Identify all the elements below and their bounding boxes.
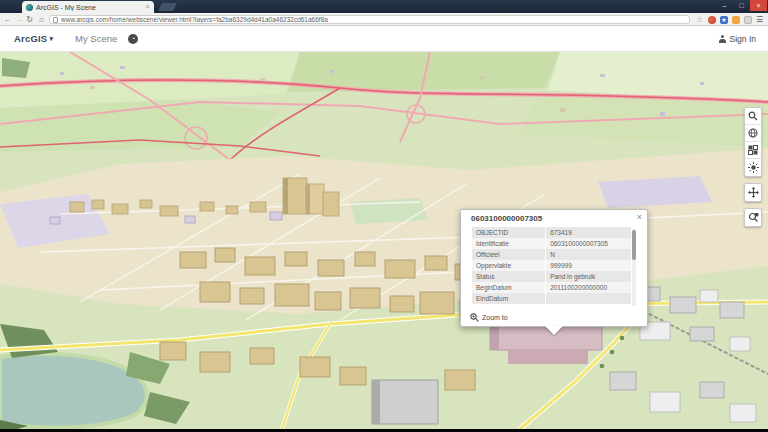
browser-tab[interactable]: ArcGIS - My Scene × [22, 1, 154, 13]
field-value: 0603100000007305 [545, 238, 631, 249]
field-label: Officieel [472, 249, 545, 260]
field-label: OBJECTID [472, 227, 545, 238]
scene-toolbar-group-zoom [744, 208, 762, 227]
popup-scrollbar-thumb[interactable] [632, 230, 636, 260]
zoom-window-icon[interactable] [745, 209, 761, 226]
field-label: Identificatie [472, 238, 545, 249]
popup-title: 0603100000007305 [461, 210, 647, 227]
window-controls: – □ × [716, 0, 767, 11]
field-value: 673419 [545, 227, 631, 238]
arcgis-brand-menu[interactable]: ArcGIS▾ [14, 33, 53, 44]
browser-tabstrip: ArcGIS - My Scene × – □ × [0, 0, 768, 13]
brand-label: ArcGIS [14, 33, 47, 44]
extension-blue-icon[interactable]: ★ [720, 16, 728, 24]
reload-icon[interactable]: ↻ [24, 13, 35, 26]
arcgis-header: ArcGIS▾ My Scene ◔ Sign In [0, 26, 768, 52]
popup-pointer [545, 326, 563, 335]
popup-row: BeginDatum2011100200000000 [472, 282, 631, 293]
browser-window: ArcGIS - My Scene × – □ × ← → ↻ ⌂ www.ar… [0, 0, 768, 432]
sign-in-label: Sign In [730, 34, 756, 44]
arcgis-favicon-icon [26, 4, 33, 11]
chevron-down-icon: ▾ [49, 35, 53, 42]
popup-row: StatusPand in gebruik [472, 271, 631, 282]
popup-row: Identificatie0603100000007305 [472, 238, 631, 249]
person-icon [719, 35, 727, 43]
zoom-to-icon [470, 313, 479, 322]
basemap-gallery-icon[interactable] [745, 142, 761, 159]
field-value: 999999 [545, 260, 631, 271]
scene-toolbar-group-pan [744, 183, 762, 202]
field-value: 2011100200000000 [545, 282, 631, 293]
chrome-menu-icon[interactable]: ☰ [756, 16, 764, 24]
search-icon[interactable] [745, 108, 761, 125]
field-value: Pand in gebruik [545, 271, 631, 282]
back-icon[interactable]: ← [2, 13, 13, 26]
popup-table: OBJECTID673419Identificatie0603100000007… [472, 227, 631, 304]
home-icon[interactable]: ⌂ [36, 13, 47, 26]
daylight-sun-icon[interactable] [745, 159, 761, 176]
close-button[interactable]: × [750, 0, 767, 11]
initial-view-globe-icon[interactable] [745, 125, 761, 142]
map-canvas [0, 52, 768, 429]
scene-info-icon[interactable]: ◔ [128, 34, 138, 44]
popup-row: Oppervlakte999999 [472, 260, 631, 271]
tab-title: ArcGIS - My Scene [36, 4, 142, 11]
field-label: EindDatum [472, 293, 545, 304]
popup-scrollbar[interactable] [632, 229, 636, 306]
feature-popup: 0603100000007305 × OBJECTID673419Identif… [460, 209, 648, 327]
extension-gray-icon[interactable] [744, 16, 752, 24]
page-icon [53, 17, 58, 23]
new-tab-button[interactable] [158, 3, 177, 11]
popup-footer: Zoom to [461, 308, 647, 326]
popup-close-icon[interactable]: × [637, 212, 642, 222]
minimize-button[interactable]: – [716, 0, 733, 11]
field-value: N [545, 249, 631, 260]
browser-toolbar: ← → ↻ ⌂ www.arcgis.com/home/webscene/vie… [0, 13, 768, 26]
tab-close-icon[interactable]: × [145, 3, 150, 11]
field-value [545, 293, 631, 304]
scene-title: My Scene [75, 33, 117, 44]
url-text: www.arcgis.com/home/webscene/viewer.html… [61, 16, 328, 23]
pan-icon[interactable] [745, 184, 761, 201]
extension-red-icon[interactable] [708, 16, 716, 24]
field-label: Oppervlakte [472, 260, 545, 271]
forward-icon[interactable]: → [13, 13, 24, 26]
address-bar[interactable]: www.arcgis.com/home/webscene/viewer.html… [49, 15, 690, 24]
scene-toolbar [744, 107, 762, 233]
zoom-to-link[interactable]: Zoom to [482, 314, 508, 321]
field-label: BeginDatum [472, 282, 545, 293]
sign-in-button[interactable]: Sign In [719, 34, 756, 44]
popup-row: EindDatum [472, 293, 631, 304]
popup-row: OBJECTID673419 [472, 227, 631, 238]
field-label: Status [472, 271, 545, 282]
scene-toolbar-group-main [744, 107, 762, 177]
maximize-button[interactable]: □ [733, 0, 750, 11]
scene-3d-map[interactable]: 0603100000007305 × OBJECTID673419Identif… [0, 52, 768, 429]
extension-orange-icon[interactable] [732, 16, 740, 24]
popup-row: OfficieelN [472, 249, 631, 260]
bookmark-star-icon[interactable]: ☆ [696, 16, 704, 24]
